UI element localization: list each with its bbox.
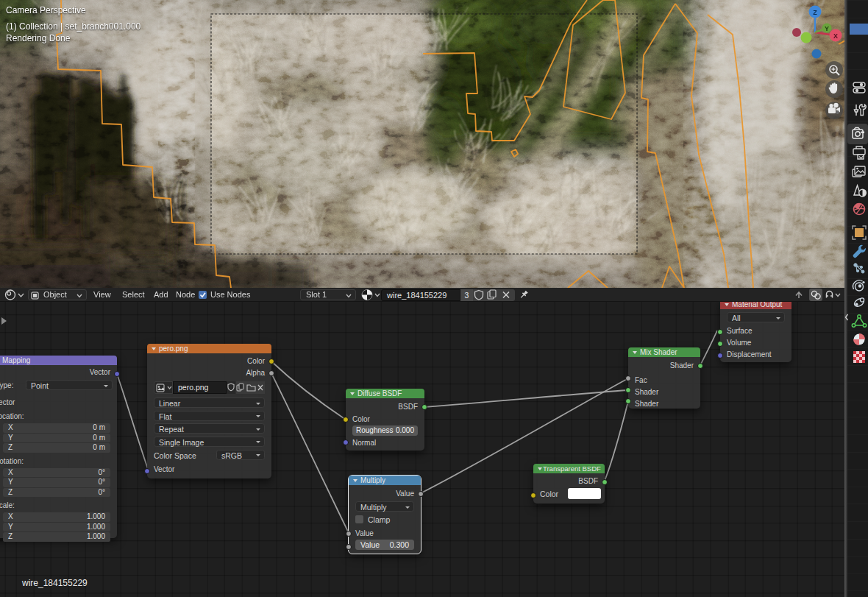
svg-text:Z: Z [813, 9, 817, 16]
svg-text:X: X [833, 32, 838, 40]
svg-text:Y: Y [825, 25, 829, 32]
